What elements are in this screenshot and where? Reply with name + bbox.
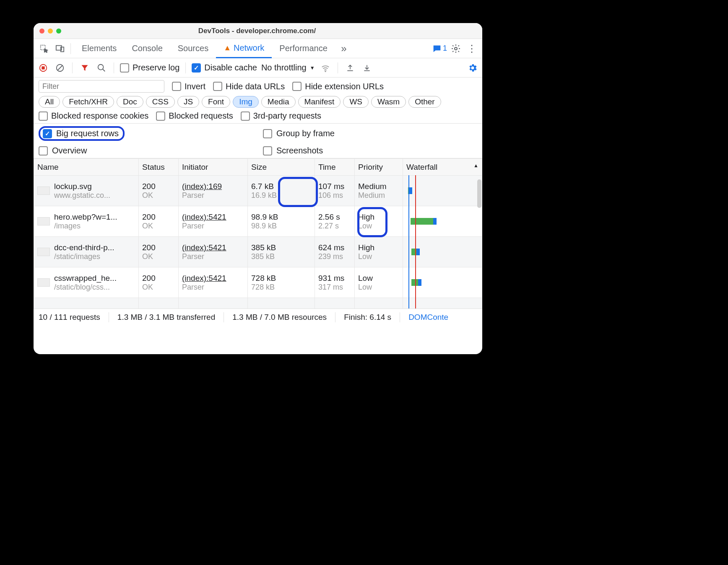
network-settings-icon[interactable] (466, 62, 479, 74)
table-row[interactable]: csswrapped_he.../static/blog/css...200OK… (34, 267, 482, 298)
export-har-icon[interactable] (344, 62, 356, 74)
col-time[interactable]: Time (315, 159, 355, 176)
initiator-link[interactable]: (index):169 (182, 182, 244, 191)
col-size[interactable]: Size (248, 159, 315, 176)
status-bar: 10 / 111 requests 1.3 MB / 3.1 MB transf… (34, 308, 482, 325)
screenshots-option[interactable]: Screenshots (258, 146, 482, 156)
col-status[interactable]: Status (139, 159, 179, 176)
preserve-log-option[interactable]: Preserve log (120, 63, 179, 73)
table-row[interactable]: new-in-devtools...200(index):542145.6 kB… (34, 298, 482, 309)
table-row[interactable]: dcc-end-third-p.../static/images200OK(in… (34, 237, 482, 267)
disable-cache-label: Disable cache (204, 63, 257, 73)
overview-option[interactable]: Overview (34, 146, 258, 156)
svg-line-7 (58, 65, 62, 70)
col-initiator[interactable]: Initiator (179, 159, 248, 176)
network-view-settings: Big request rows Group by frame Overview… (34, 124, 482, 158)
big-request-rows-highlight: Big request rows (39, 126, 125, 141)
tab-network[interactable]: ▲Network (216, 39, 272, 58)
initiator-link[interactable]: (index):5421 (182, 274, 244, 283)
chip-ws[interactable]: WS (343, 96, 369, 108)
blocked-response-cookies-option[interactable]: Blocked response cookies (39, 111, 148, 121)
panel-tabs: Elements Console Sources ▲Network Perfor… (34, 39, 482, 58)
tab-elements[interactable]: Elements (74, 39, 124, 58)
waterfall-cell (406, 178, 478, 203)
chip-img[interactable]: Img (233, 96, 259, 108)
invert-option[interactable]: Invert (172, 82, 205, 91)
chip-fetch-xhr[interactable]: Fetch/XHR (62, 96, 114, 108)
window-close-button[interactable] (39, 29, 44, 34)
request-name: lockup.svg (54, 182, 110, 191)
waterfall-cell (406, 301, 478, 308)
third-party-requests-option[interactable]: 3rd-party requests (241, 111, 321, 121)
chip-font[interactable]: Font (202, 96, 230, 108)
chip-manifest[interactable]: Manifest (298, 96, 341, 108)
status-finish: Finish: 6.14 s (344, 313, 391, 322)
svg-line-9 (103, 69, 105, 71)
hide-data-urls-option[interactable]: Hide data URLs (213, 82, 285, 91)
preserve-log-label: Preserve log (133, 63, 179, 73)
request-name: dcc-end-third-p... (54, 243, 114, 252)
filter-icon[interactable] (78, 62, 91, 74)
initiator-link[interactable]: (index):5421 (182, 213, 244, 222)
col-waterfall[interactable]: Waterfall (403, 159, 482, 176)
chip-wasm[interactable]: Wasm (371, 96, 406, 108)
group-by-frame-option[interactable]: Group by frame (258, 126, 482, 141)
status-resources: 1.3 MB / 7.0 MB resources (232, 313, 327, 322)
hide-extension-urls-option[interactable]: Hide extension URLs (292, 82, 384, 91)
col-name[interactable]: Name (34, 159, 139, 176)
filter-input[interactable] (39, 80, 164, 93)
chip-all[interactable]: All (39, 96, 60, 108)
resource-type-chips: All Fetch/XHR Doc CSS JS Font Img Media … (39, 96, 441, 108)
chip-other[interactable]: Other (408, 96, 441, 108)
disable-cache-option[interactable]: Disable cache (192, 63, 257, 73)
window-maximize-button[interactable] (56, 29, 61, 34)
preserve-log-checkbox[interactable] (120, 63, 129, 73)
status-requests: 10 / 111 requests (39, 313, 100, 322)
messages-button[interactable]: 1 (433, 44, 447, 53)
request-path: /images (54, 222, 117, 231)
search-icon[interactable] (95, 62, 108, 74)
request-path: www.gstatic.co... (54, 191, 110, 200)
throttling-select[interactable]: No throttling ▼ (261, 63, 315, 73)
col-priority[interactable]: Priority (355, 159, 403, 176)
titlebar: DevTools - developer.chrome.com/ (34, 23, 482, 39)
inspect-element-icon[interactable] (37, 41, 51, 56)
tab-console[interactable]: Console (124, 39, 170, 58)
disable-cache-checkbox[interactable] (192, 63, 201, 73)
device-toolbar-icon[interactable] (53, 41, 67, 56)
chip-media[interactable]: Media (261, 96, 296, 108)
tab-performance[interactable]: Performance (272, 39, 335, 58)
requests-table-wrap: Name Status Initiator Size Time Priority… (34, 158, 482, 308)
window-minimize-button[interactable] (48, 29, 53, 34)
resource-thumbnail (37, 187, 50, 195)
waterfall-cell (406, 239, 478, 264)
window-title: DevTools - developer.chrome.com/ (61, 27, 453, 35)
devtools-window: DevTools - developer.chrome.com/ Element… (34, 23, 482, 354)
blocked-requests-option[interactable]: Blocked requests (156, 111, 233, 121)
status-transferred: 1.3 MB / 3.1 MB transferred (117, 313, 215, 322)
resource-thumbnail (37, 217, 50, 225)
more-tabs-icon[interactable]: » (337, 41, 351, 56)
table-row[interactable]: lockup.svgwww.gstatic.co...200OK(index):… (34, 176, 482, 206)
clear-button[interactable] (54, 62, 66, 74)
svg-rect-5 (42, 66, 44, 69)
initiator-link[interactable]: (index):5421 (182, 243, 244, 252)
warning-icon: ▲ (224, 44, 231, 52)
kebab-menu-icon[interactable]: ⋮ (465, 41, 479, 56)
requests-table: Name Status Initiator Size Time Priority… (34, 158, 482, 308)
svg-point-8 (98, 64, 104, 70)
svg-point-3 (455, 47, 457, 50)
import-har-icon[interactable] (361, 62, 373, 74)
scrollbar-thumb[interactable] (477, 179, 481, 208)
table-row[interactable]: hero.webp?w=1.../images200OK(index):5421… (34, 206, 482, 237)
record-button[interactable] (37, 62, 49, 74)
status-domcontent: DOMConte (408, 313, 448, 322)
svg-point-10 (325, 71, 326, 72)
chip-js[interactable]: JS (177, 96, 199, 108)
big-request-rows-checkbox[interactable] (43, 129, 52, 138)
chip-doc[interactable]: Doc (117, 96, 143, 108)
settings-gear-icon[interactable] (449, 41, 463, 56)
chip-css[interactable]: CSS (146, 96, 175, 108)
tab-sources[interactable]: Sources (170, 39, 216, 58)
network-conditions-icon[interactable] (319, 62, 332, 74)
